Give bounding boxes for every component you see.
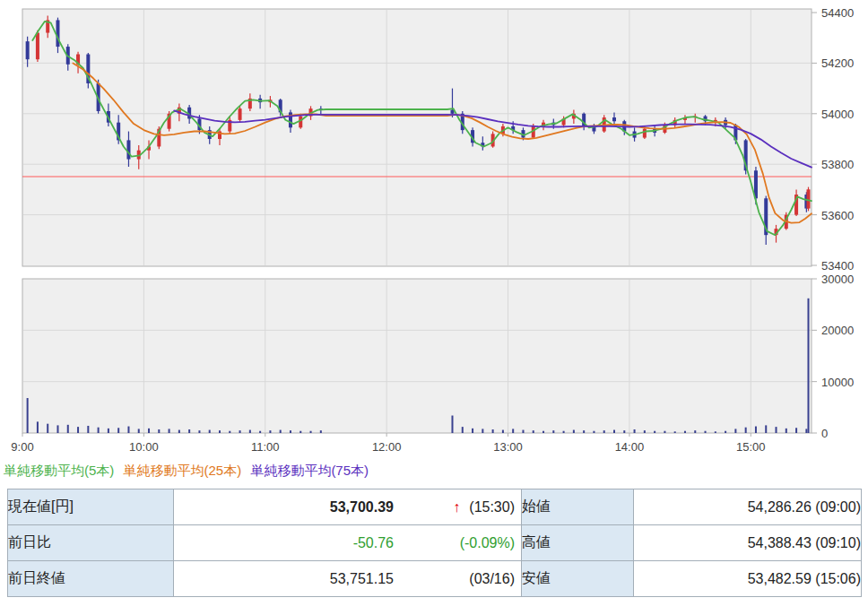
stock-chart-page: 9:0010:0011:0012:0013:0014:0015:00544005… xyxy=(0,0,868,615)
day-change-percent: (-0.09%) xyxy=(394,535,521,551)
prev-close-value: 53,751.15 xyxy=(174,571,394,587)
svg-text:13:00: 13:00 xyxy=(493,440,523,454)
high-price-label: 高値 xyxy=(522,525,634,561)
svg-text:54000: 54000 xyxy=(821,108,854,121)
day-change-label: 前日比 xyxy=(8,525,174,561)
svg-text:9:00: 9:00 xyxy=(11,440,33,454)
open-price-label: 始値 xyxy=(522,489,634,525)
prev-close-label: 前日終値 xyxy=(8,561,174,597)
svg-text:30000: 30000 xyxy=(821,273,854,286)
high-price-value: 54,388.43 (09:10) xyxy=(634,525,862,561)
svg-text:15:00: 15:00 xyxy=(736,440,766,454)
svg-text:20000: 20000 xyxy=(821,324,854,337)
up-arrow-icon: ↑ xyxy=(453,499,460,515)
svg-text:53800: 53800 xyxy=(821,158,854,171)
table-row: 現在値[円] 53,700.39 ↑(15:30) 始値 54,286.26 (… xyxy=(8,489,862,525)
legend-ma75: 単純移動平均(75本) xyxy=(250,463,369,478)
day-change-value: -50.76 xyxy=(174,535,394,551)
price-volume-chart: 9:0010:0011:0012:0013:0014:0015:00544005… xyxy=(0,0,868,459)
ma-legend: 単純移動平均(5本) 単純移動平均(25本) 単純移動平均(75本) xyxy=(4,463,868,480)
svg-text:10000: 10000 xyxy=(821,376,854,389)
current-price-cell: 53,700.39 ↑(15:30) xyxy=(174,489,522,525)
prev-close-cell: 53,751.15 (03/16) xyxy=(174,561,522,597)
svg-text:0: 0 xyxy=(821,427,828,440)
quote-table: 現在値[円] 53,700.39 ↑(15:30) 始値 54,286.26 (… xyxy=(7,489,862,597)
prev-close-date: (03/16) xyxy=(394,571,521,587)
open-price-value: 54,286.26 (09:00) xyxy=(634,489,862,525)
current-price-value: 53,700.39 xyxy=(174,499,394,515)
svg-text:14:00: 14:00 xyxy=(615,440,645,454)
svg-text:54400: 54400 xyxy=(821,6,854,20)
svg-text:11:00: 11:00 xyxy=(251,440,280,454)
svg-text:12:00: 12:00 xyxy=(372,440,402,454)
svg-text:53400: 53400 xyxy=(821,259,854,273)
table-row: 前日終値 53,751.15 (03/16) 安値 53,482.59 (15:… xyxy=(8,561,862,597)
legend-ma25: 単純移動平均(25本) xyxy=(124,463,242,478)
current-price-label: 現在値[円] xyxy=(8,489,174,525)
svg-text:54200: 54200 xyxy=(821,56,854,70)
legend-ma5: 単純移動平均(5本) xyxy=(4,463,114,478)
current-price-sub: ↑(15:30) xyxy=(394,499,521,515)
table-row: 前日比 -50.76 (-0.09%) 高値 54,388.43 (09:10) xyxy=(8,525,862,561)
low-price-value: 53,482.59 (15:06) xyxy=(634,561,862,597)
current-price-time: (15:30) xyxy=(469,499,515,515)
low-price-label: 安値 xyxy=(522,561,634,597)
day-change-cell: -50.76 (-0.09%) xyxy=(174,525,522,561)
svg-text:53600: 53600 xyxy=(821,209,854,222)
svg-text:10:00: 10:00 xyxy=(129,440,159,454)
